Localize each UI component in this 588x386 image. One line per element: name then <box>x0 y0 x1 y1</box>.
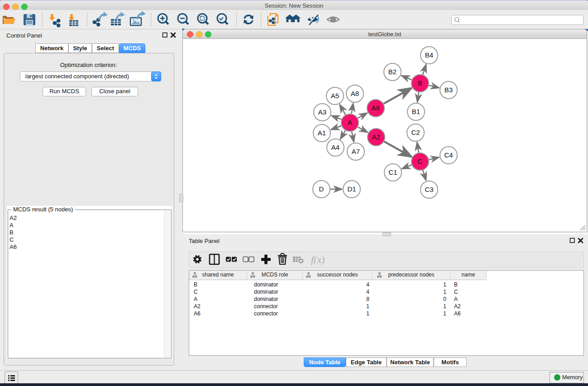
svg-text:A5: A5 <box>331 92 339 100</box>
svg-text:D: D <box>319 185 324 193</box>
svg-text:B3: B3 <box>445 86 453 94</box>
svg-text:A2: A2 <box>372 133 380 141</box>
svg-text:A7: A7 <box>352 148 360 155</box>
svg-text:A4: A4 <box>331 143 339 151</box>
svg-text:B: B <box>418 79 422 87</box>
svg-text:A3: A3 <box>318 108 326 116</box>
svg-text:A: A <box>348 119 352 126</box>
svg-text:A8: A8 <box>351 90 359 97</box>
svg-text:B1: B1 <box>412 108 420 115</box>
svg-text:C2: C2 <box>411 129 420 136</box>
svg-text:A6: A6 <box>372 104 380 112</box>
svg-text:C: C <box>418 157 423 165</box>
svg-text:f(x): f(x) <box>311 254 325 265</box>
svg-text:C3: C3 <box>425 186 433 193</box>
svg-text:C4: C4 <box>444 151 453 159</box>
svg-text:C1: C1 <box>388 168 397 176</box>
svg-text:D1: D1 <box>347 185 356 193</box>
svg-text:B4: B4 <box>425 51 433 59</box>
svg-text:A1: A1 <box>318 129 326 137</box>
svg-text:B2: B2 <box>388 68 397 76</box>
